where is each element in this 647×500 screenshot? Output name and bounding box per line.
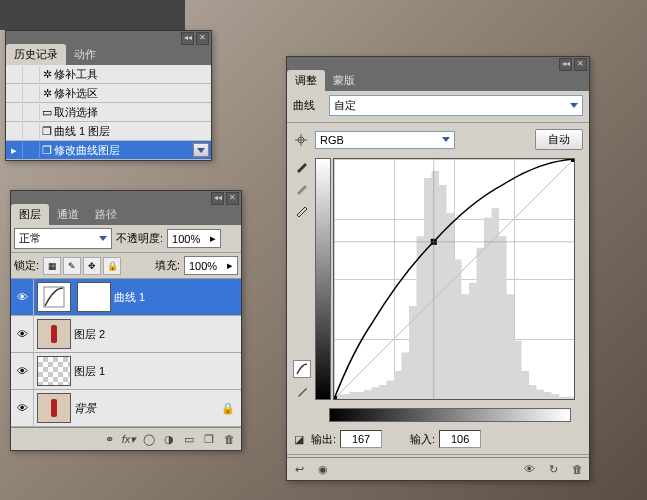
tab-actions[interactable]: 动作 [66,44,104,65]
fill-input[interactable]: 100%▸ [184,256,238,275]
mask-icon[interactable]: ◯ [140,431,158,447]
history-panel: ◂◂ ✕ 历史记录 动作 ✲修补工具 ✲修补选区 ▭取消选择 ❐曲线 1 图层 … [5,30,212,161]
history-item[interactable]: ✲修补选区 [6,84,211,103]
output-gradient [315,158,331,400]
close-icon[interactable]: ✕ [574,58,587,71]
collapse-icon[interactable]: ◂◂ [181,32,194,45]
visibility-icon[interactable]: 👁 [11,279,34,315]
svg-rect-4 [571,159,574,162]
layer-name: 图层 1 [74,364,105,379]
preset-select[interactable]: 自定 [329,95,583,116]
fill-label: 填充: [155,258,180,273]
layers-icon: ❐ [40,124,54,138]
curve-mode-icon[interactable] [293,360,311,378]
layer-name: 图层 2 [74,327,105,342]
lock-label: 锁定: [14,258,39,273]
layers-panel: ◂◂ ✕ 图层 通道 路径 正常 不透明度: 100%▸ 锁定: ▦ ✎ ✥ 🔒… [10,190,242,451]
tab-history[interactable]: 历史记录 [6,44,66,65]
trash-icon[interactable]: 🗑 [220,431,238,447]
clip-icon[interactable]: ◉ [314,461,332,477]
output-value[interactable]: 167 [340,430,382,448]
layers-toolbar: ⚭ fx▾ ◯ ◑ ▭ ❐ 🗑 [11,427,241,450]
lock-paint-icon[interactable]: ✎ [63,257,81,275]
layer-row[interactable]: 👁 曲线 1 [11,279,241,316]
adjustments-titlebar[interactable]: ◂◂ ✕ [287,57,589,71]
lock-transparency-icon[interactable]: ▦ [43,257,61,275]
history-item[interactable]: ▸❐修改曲线图层 [6,141,211,160]
close-icon[interactable]: ✕ [196,32,209,45]
histogram-toggle-icon[interactable]: ◪ [291,431,307,447]
adjustment-thumb-icon [37,282,71,312]
opacity-input[interactable]: 100%▸ [167,229,221,248]
reset-icon[interactable]: ↻ [544,461,562,477]
channel-select[interactable]: RGB [315,131,455,149]
input-label: 输入: [410,432,435,447]
adjustments-panel: ◂◂ ✕ 调整 蒙版 曲线 自定 RGB 自动 ◪ 输出: 167 输入: 10… [286,56,590,481]
marquee-icon: ▭ [40,105,54,119]
return-icon[interactable]: ↩ [290,461,308,477]
layer-row[interactable]: 👁 图层 1 [11,353,241,390]
svg-rect-0 [44,287,64,307]
patch-icon: ✲ [40,67,54,81]
pencil-mode-icon[interactable] [294,384,310,400]
target-adjust-icon[interactable] [293,132,309,148]
tab-masks[interactable]: 蒙版 [325,70,363,91]
layer-name: 曲线 1 [114,290,145,305]
tab-paths[interactable]: 路径 [87,204,125,225]
history-item[interactable]: ❐曲线 1 图层 [6,122,211,141]
collapse-icon[interactable]: ◂◂ [559,58,572,71]
close-icon[interactable]: ✕ [226,192,239,205]
svg-rect-3 [334,396,337,399]
history-titlebar[interactable]: ◂◂ ✕ [6,31,211,45]
type-label: 曲线 [293,98,323,113]
layers-icon: ❐ [40,143,54,157]
new-layer-icon[interactable]: ❐ [200,431,218,447]
patch-icon: ✲ [40,86,54,100]
eyedropper-gray-icon[interactable] [294,180,310,196]
lock-all-icon[interactable]: 🔒 [103,257,121,275]
layer-thumb [37,393,71,423]
lock-move-icon[interactable]: ✥ [83,257,101,275]
history-item[interactable]: ✲修补工具 [6,65,211,84]
layer-thumb [37,319,71,349]
tab-layers[interactable]: 图层 [11,204,49,225]
eyedropper-black-icon[interactable] [294,158,310,174]
adjustments-toolbar: ↩ ◉ 👁 ↻ 🗑 [287,457,589,480]
lock-icon: 🔒 [221,402,235,415]
input-value[interactable]: 106 [439,430,481,448]
view-previous-icon[interactable]: 👁 [520,461,538,477]
visibility-icon[interactable]: 👁 [11,316,34,352]
output-label: 输出: [311,432,336,447]
visibility-icon[interactable]: 👁 [11,353,34,389]
input-gradient [329,408,571,422]
auto-button[interactable]: 自动 [535,129,583,150]
tab-channels[interactable]: 通道 [49,204,87,225]
visibility-icon[interactable]: 👁 [11,390,34,426]
layer-name: 背景 [74,401,96,416]
adjustment-icon[interactable]: ◑ [160,431,178,447]
curves-graph[interactable] [333,158,575,400]
layer-row[interactable]: 👁 图层 2 [11,316,241,353]
layer-row[interactable]: 👁 背景 🔒 [11,390,241,427]
opacity-label: 不透明度: [116,231,163,246]
collapse-icon[interactable]: ◂◂ [211,192,224,205]
layers-titlebar[interactable]: ◂◂ ✕ [11,191,241,205]
mask-thumb-icon [77,282,111,312]
link-icon[interactable]: ⚭ [100,431,118,447]
layer-thumb [37,356,71,386]
blend-mode-select[interactable]: 正常 [14,228,112,249]
tab-adjustments[interactable]: 调整 [287,70,325,91]
trash-icon[interactable]: 🗑 [568,461,586,477]
fx-icon[interactable]: fx▾ [120,431,138,447]
group-icon[interactable]: ▭ [180,431,198,447]
eyedropper-white-icon[interactable] [294,202,310,218]
history-item[interactable]: ▭取消选择 [6,103,211,122]
